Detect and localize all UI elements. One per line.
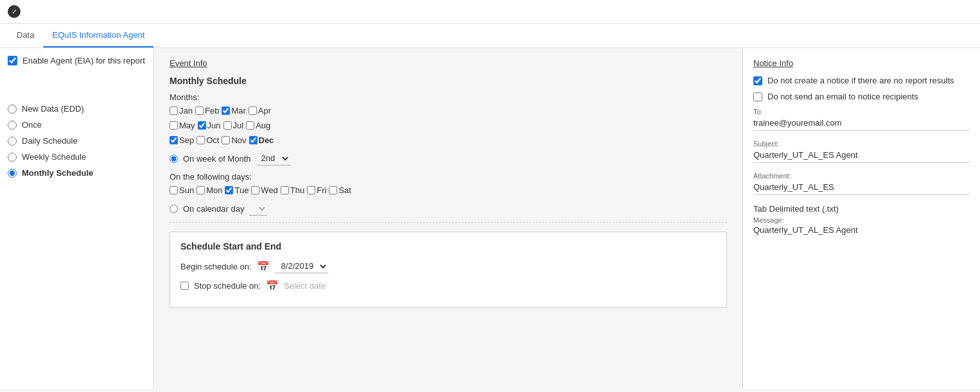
tab-equis[interactable]: EQuIS Information Agent xyxy=(43,24,153,47)
month-nov[interactable]: Nov xyxy=(222,135,246,145)
right-panel: Notice Info Do not create a notice if th… xyxy=(742,48,980,389)
file-type-value: Tab Delimited text (.txt) xyxy=(753,204,970,214)
stop-calendar-icon: 📅 xyxy=(266,280,279,292)
event-info-title: Event Info xyxy=(170,58,727,68)
cb-thu[interactable] xyxy=(281,186,289,194)
month-dec[interactable]: Dec xyxy=(249,135,274,145)
day-sat[interactable]: Sat xyxy=(329,185,351,195)
no-results-checkbox[interactable] xyxy=(753,76,762,85)
attachment-value: Quarterly_UT_AL_ES xyxy=(753,181,970,195)
radio-monthly[interactable]: Monthly Schedule xyxy=(8,168,146,178)
schedule-start-end: Schedule Start and End Begin schedule on… xyxy=(170,232,727,308)
month-jul[interactable]: Jul xyxy=(223,121,244,130)
no-email-label: Do not send an email to notice recipient… xyxy=(767,92,918,101)
radio-once[interactable]: Once xyxy=(8,120,146,130)
week-of-month-label: On week of Month xyxy=(183,154,251,164)
month-row-3: Sep Oct Nov Dec xyxy=(170,135,727,145)
radio-weekly[interactable]: Weekly Schedule xyxy=(8,152,146,162)
radio-once-input[interactable] xyxy=(8,121,17,130)
tabs-bar: Data EQuIS Information Agent xyxy=(0,24,980,48)
cb-tue[interactable] xyxy=(225,186,233,194)
to-field-group: To: trainee@youremail.com xyxy=(753,108,970,131)
day-mon[interactable]: Mon xyxy=(197,185,222,195)
days-row: Sun Mon Tue Wed Thu Fri Sat xyxy=(170,185,727,195)
stop-label: Stop schedule on: xyxy=(194,281,261,291)
cb-fri[interactable] xyxy=(307,186,315,194)
month-apr[interactable]: Apr xyxy=(249,106,271,115)
no-email-row: Do not send an email to notice recipient… xyxy=(753,92,970,101)
no-results-label: Do not create a notice if there are no r… xyxy=(767,76,954,85)
attachment-field-group: Attachment: Quarterly_UT_AL_ES xyxy=(753,172,970,195)
to-label: To: xyxy=(753,108,970,115)
cb-sep[interactable] xyxy=(170,136,178,144)
month-jan[interactable]: Jan xyxy=(170,106,193,115)
radio-week-of-month[interactable] xyxy=(170,155,178,163)
day-sun[interactable]: Sun xyxy=(170,185,194,195)
enable-agent-checkbox[interactable] xyxy=(8,56,17,65)
cb-jun[interactable] xyxy=(198,121,206,130)
stop-schedule-checkbox[interactable] xyxy=(180,282,189,290)
sse-title: Schedule Start and End xyxy=(180,241,716,251)
radio-monthly-input[interactable] xyxy=(8,169,17,178)
subject-label: Subject: xyxy=(753,140,970,148)
radio-weekly-input[interactable] xyxy=(8,153,17,162)
radio-new-data-input[interactable] xyxy=(8,105,17,114)
calendar-day-row: On calendar day xyxy=(170,201,727,223)
begin-calendar-icon[interactable]: 📅 xyxy=(257,260,270,273)
months-label: Months: xyxy=(170,92,727,102)
calendar-day-select[interactable] xyxy=(249,201,267,216)
month-may[interactable]: May xyxy=(170,121,195,130)
month-oct[interactable]: Oct xyxy=(197,135,219,145)
no-email-checkbox[interactable] xyxy=(753,92,762,101)
cb-sun[interactable] xyxy=(170,186,178,194)
cb-oct[interactable] xyxy=(197,136,205,144)
cb-jul[interactable] xyxy=(223,121,232,130)
month-aug[interactable]: Aug xyxy=(246,121,270,130)
begin-schedule-row: Begin schedule on: 📅 8/2/2019 xyxy=(180,259,716,273)
day-wed[interactable]: Wed xyxy=(251,185,278,195)
day-fri[interactable]: Fri xyxy=(307,185,326,195)
month-row-1: Jan Feb Mar Apr xyxy=(170,106,727,115)
main-content: Enable Agent (EIA) for this report New D… xyxy=(0,48,980,389)
subject-field-group: Subject: Quarterly_UT_AL_ES Agent xyxy=(753,140,970,163)
enable-agent-row: Enable Agent (EIA) for this report xyxy=(8,56,146,65)
month-feb[interactable]: Feb xyxy=(195,106,219,115)
center-panel: Event Info Monthly Schedule Months: Jan … xyxy=(154,48,742,389)
stop-date-placeholder: Select date xyxy=(284,281,326,291)
day-tue[interactable]: Tue xyxy=(225,185,249,195)
month-mar[interactable]: Mar xyxy=(222,106,245,115)
monthly-schedule-title: Monthly Schedule xyxy=(170,76,727,86)
radio-daily-input[interactable] xyxy=(8,137,17,146)
stop-schedule-row: Stop schedule on: 📅 Select date xyxy=(180,280,716,292)
cb-dec[interactable] xyxy=(249,136,258,144)
cb-aug[interactable] xyxy=(246,121,254,130)
radio-new-data[interactable]: New Data (EDD) xyxy=(8,104,146,114)
to-value: trainee@youremail.com xyxy=(753,117,970,131)
cb-mon[interactable] xyxy=(197,186,205,194)
notice-info-title: Notice Info xyxy=(753,58,970,68)
begin-date-select[interactable]: 8/2/2019 xyxy=(275,259,328,273)
day-thu[interactable]: Thu xyxy=(281,185,304,195)
schedule-options: New Data (EDD) Once Daily Schedule Weekl… xyxy=(8,104,146,178)
cb-apr[interactable] xyxy=(249,107,257,115)
month-jun[interactable]: Jun xyxy=(198,121,221,130)
cb-nov[interactable] xyxy=(222,136,230,144)
cb-feb[interactable] xyxy=(195,107,204,115)
week-of-month-row: On week of Month 1st 2nd 3rd 4th Last xyxy=(170,151,727,166)
tab-data[interactable]: Data xyxy=(8,24,43,47)
cb-mar[interactable] xyxy=(222,107,230,115)
message-field-group: Message: Quarterly_UT_AL_ES Agent xyxy=(753,216,970,235)
radio-calendar-day[interactable] xyxy=(170,205,178,213)
calendar-day-label: On calendar day xyxy=(183,204,244,214)
subject-value: Quarterly_UT_AL_ES Agent xyxy=(753,149,970,163)
attachment-label: Attachment: xyxy=(753,172,970,180)
radio-daily[interactable]: Daily Schedule xyxy=(8,136,146,146)
month-sep[interactable]: Sep xyxy=(170,135,194,145)
cb-jan[interactable] xyxy=(170,107,178,115)
cb-may[interactable] xyxy=(170,121,178,130)
month-row-2: May Jun Jul Aug xyxy=(170,121,727,130)
week-of-month-select[interactable]: 1st 2nd 3rd 4th Last xyxy=(256,151,290,166)
cb-sat[interactable] xyxy=(329,186,337,194)
enable-agent-label: Enable Agent (EIA) for this report xyxy=(22,56,145,65)
cb-wed[interactable] xyxy=(251,186,259,194)
